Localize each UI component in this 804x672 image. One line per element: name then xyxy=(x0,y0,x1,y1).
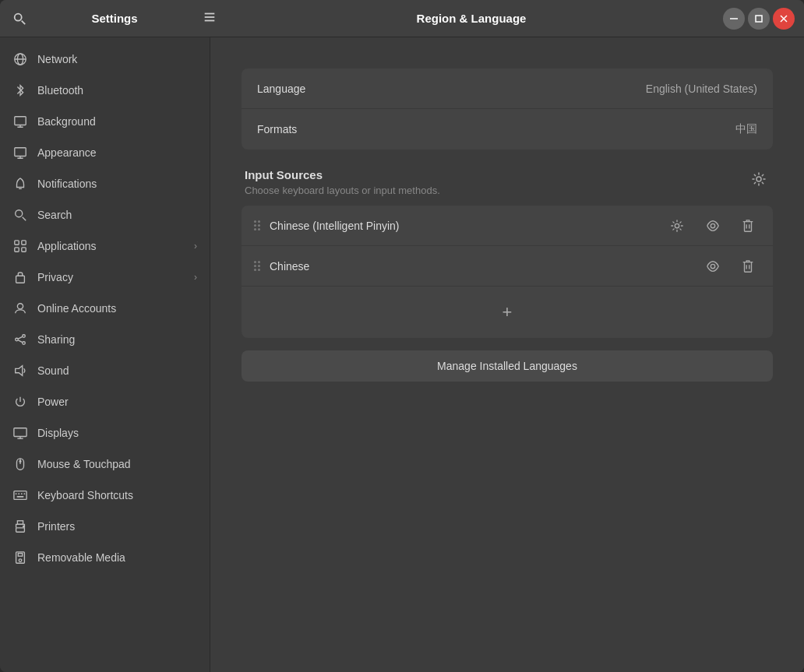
background-icon xyxy=(12,114,28,129)
sidebar: Network Bluetooth Back xyxy=(0,37,210,672)
search-icon xyxy=(12,207,28,223)
sidebar-label-power: Power xyxy=(37,396,197,408)
svg-line-20 xyxy=(23,217,26,221)
drag-dots-1 xyxy=(254,220,260,230)
sidebar-item-printers[interactable]: Printers xyxy=(0,511,210,542)
dot xyxy=(258,220,260,223)
sidebar-item-mouse-touchpad[interactable]: Mouse & Touchpad xyxy=(0,449,210,480)
close-button[interactable] xyxy=(773,8,795,30)
input-sources-title: Input Sources xyxy=(245,168,748,181)
dot xyxy=(254,220,256,223)
main-content: Network Bluetooth Back xyxy=(0,37,804,672)
sidebar-label-network: Network xyxy=(37,53,197,65)
input-source-delete-button-1[interactable] xyxy=(735,216,760,236)
sidebar-label-appearance: Appearance xyxy=(37,146,197,159)
svg-rect-23 xyxy=(15,248,19,252)
titlebar-center: Region & Language xyxy=(220,12,723,26)
svg-point-39 xyxy=(19,461,21,463)
input-source-row-1: Chinese (Intelligent Pinyin) xyxy=(242,206,773,246)
sidebar-label-privacy: Privacy xyxy=(37,271,185,283)
svg-point-27 xyxy=(23,335,26,338)
applications-icon xyxy=(12,238,28,254)
svg-point-53 xyxy=(675,223,679,227)
sidebar-label-notifications: Notifications xyxy=(37,178,197,190)
sidebar-label-removable-media: Removable Media xyxy=(37,551,197,564)
online-accounts-icon xyxy=(12,301,28,316)
sidebar-item-sharing[interactable]: Sharing xyxy=(0,324,210,355)
input-source-name-1: Chinese (Intelligent Pinyin) xyxy=(270,220,654,232)
sidebar-item-privacy[interactable]: Privacy › xyxy=(0,262,210,293)
sidebar-label-sharing: Sharing xyxy=(37,333,197,346)
titlebar: Settings Region & Language xyxy=(0,0,804,37)
formats-row[interactable]: Formats 中国 xyxy=(242,109,773,150)
mouse-icon xyxy=(12,456,28,472)
network-icon xyxy=(12,51,28,67)
sidebar-item-network[interactable]: Network xyxy=(0,44,210,75)
sidebar-item-applications[interactable]: Applications › xyxy=(0,230,210,262)
sidebar-item-sound[interactable]: Sound xyxy=(0,355,210,386)
sidebar-label-online-accounts: Online Accounts xyxy=(37,302,197,315)
sidebar-label-applications: Applications xyxy=(37,240,185,252)
input-sources-header: Input Sources Choose keyboard layouts or… xyxy=(242,168,773,196)
formats-label: Formats xyxy=(257,123,735,135)
sidebar-item-search[interactable]: Search xyxy=(0,199,210,230)
svg-rect-12 xyxy=(15,117,26,125)
svg-rect-15 xyxy=(15,148,26,157)
sidebar-label-search: Search xyxy=(37,209,197,221)
maximize-button[interactable] xyxy=(748,8,770,30)
input-sources-subtitle: Choose keyboard layouts or input methods… xyxy=(245,185,748,196)
sidebar-label-keyboard-shortcuts: Keyboard Shortcuts xyxy=(37,489,197,501)
sidebar-label-bluetooth: Bluetooth xyxy=(37,84,197,97)
titlebar-right xyxy=(723,8,795,30)
sidebar-item-appearance[interactable]: Appearance xyxy=(0,137,210,168)
add-input-source-button[interactable]: + xyxy=(254,296,760,329)
manage-languages-button[interactable]: Manage Installed Languages xyxy=(242,350,773,382)
sidebar-label-background: Background xyxy=(37,115,197,128)
dot xyxy=(254,265,256,267)
search-icon-button[interactable] xyxy=(9,9,30,29)
drag-handle-2[interactable] xyxy=(254,261,260,271)
menu-button[interactable] xyxy=(199,7,220,30)
sidebar-item-keyboard-shortcuts[interactable]: Keyboard Shortcuts xyxy=(0,480,210,511)
sidebar-item-online-accounts[interactable]: Online Accounts xyxy=(0,293,210,324)
input-sources-settings-button[interactable] xyxy=(748,168,770,190)
notifications-icon xyxy=(12,176,28,192)
language-formats-card: Language English (United States) Formats… xyxy=(242,69,773,150)
input-source-delete-button-2[interactable] xyxy=(735,256,760,276)
privacy-chevron-icon: › xyxy=(194,272,197,283)
sound-icon xyxy=(12,363,28,378)
printers-icon xyxy=(12,519,28,534)
sidebar-item-background[interactable]: Background xyxy=(0,106,210,137)
sharing-icon xyxy=(12,332,28,347)
applications-chevron-icon: › xyxy=(194,241,197,252)
page-title: Region & Language xyxy=(417,12,527,25)
section-header-text: Input Sources Choose keyboard layouts or… xyxy=(245,168,748,196)
sidebar-item-displays[interactable]: Displays xyxy=(0,417,210,449)
input-source-list: Chinese (Intelligent Pinyin) xyxy=(242,206,773,338)
svg-point-0 xyxy=(15,13,22,20)
dot xyxy=(254,228,256,230)
sidebar-item-removable-media[interactable]: Removable Media xyxy=(0,542,210,573)
svg-rect-47 xyxy=(17,521,23,525)
input-source-preview-button-1[interactable] xyxy=(700,216,726,236)
displays-icon xyxy=(12,425,28,441)
power-icon xyxy=(12,394,28,410)
svg-point-51 xyxy=(19,559,22,562)
drag-handle-1[interactable] xyxy=(254,220,260,230)
removable-media-icon xyxy=(12,550,28,565)
svg-rect-34 xyxy=(14,428,26,437)
drag-dots-2 xyxy=(254,261,260,271)
svg-point-26 xyxy=(17,304,23,309)
titlebar-left: Settings xyxy=(9,7,220,30)
input-source-settings-button-1[interactable] xyxy=(664,216,690,236)
minimize-button[interactable] xyxy=(723,8,745,30)
sidebar-item-bluetooth[interactable]: Bluetooth xyxy=(0,75,210,106)
svg-point-19 xyxy=(16,210,23,217)
language-row[interactable]: Language English (United States) xyxy=(242,69,773,109)
dot xyxy=(254,224,256,227)
sidebar-item-power[interactable]: Power xyxy=(0,386,210,417)
svg-rect-6 xyxy=(756,16,762,22)
sidebar-item-notifications[interactable]: Notifications xyxy=(0,168,210,199)
input-source-preview-button-2[interactable] xyxy=(700,256,726,276)
svg-point-57 xyxy=(711,264,714,268)
